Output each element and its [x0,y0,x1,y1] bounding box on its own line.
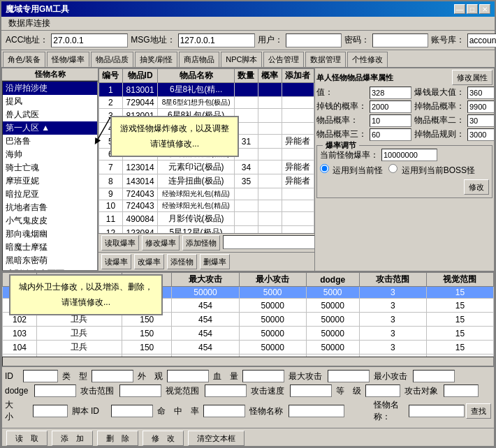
close-button[interactable]: ✕ [479,4,490,14]
monster-item[interactable]: 提风 [3,95,97,108]
drop-count2-input[interactable] [467,114,494,127]
monster-list: 沿岸拍涉使 提风 兽人武医 第一人区 ▲ 巴洛鲁 海帅 骑士亡魂 摩班亚妮 暗拉… [2,81,98,271]
drop-count2-label: 物品概率二： [414,114,465,127]
acc-input[interactable]: 27.0.0.1 [51,33,128,47]
monster-name-input[interactable] [289,405,344,417]
add-monster-btn2[interactable]: 添怪物 [167,254,197,269]
table-row[interactable]: 9724043经验球阳光礼包(精品) [99,188,314,200]
hp-input[interactable] [242,370,284,382]
monster-search-input[interactable] [409,405,465,417]
drop-count-input[interactable] [370,114,411,127]
change-rate-btn[interactable]: 修改爆率 [142,235,180,251]
monster-item[interactable]: 摩班亚妮 [3,174,97,188]
user-input[interactable] [286,33,342,47]
value-label: 值： [316,87,367,99]
menu-bar: 数据库连接 [1,17,495,31]
table-row[interactable]: 18130016星8礼包(精... [99,83,314,97]
level-input[interactable] [365,384,400,397]
min-atk-input[interactable] [413,370,455,382]
table-row[interactable]: 27290448星6型幻想升包(极品) [99,97,314,109]
monster-item[interactable]: 黑暗东密萌 [3,254,97,267]
monster-item[interactable]: 沿岸拍涉使 [3,82,97,95]
max-atk-input[interactable] [328,370,370,382]
explosion-modify-btn[interactable]: 修改 [464,179,489,195]
drop-count3-input[interactable] [370,128,411,141]
read-rate-btn2[interactable]: 读爆率 [101,254,131,269]
monster-item[interactable]: 小气鬼皮皮 [3,214,97,227]
monster-item[interactable]: 巴洛鲁 [3,135,97,148]
table-row[interactable]: 8143014连异扭曲(极品)35异能者 [99,174,314,188]
speed-input[interactable] [290,384,332,397]
tab-shop[interactable]: 商店物品 [179,52,219,67]
add-monster-btn[interactable]: 添加怪物 [182,235,220,251]
monster-item[interactable]: 暗魔士摩猛 [3,241,97,254]
radio-current[interactable] [320,164,329,173]
tab-announcement[interactable]: 公告管理 [263,52,304,67]
tab-item-quality[interactable]: 物品/品质 [91,52,133,67]
death-rate-input[interactable] [203,405,245,417]
add-btn[interactable]: 添 加 [52,431,93,446]
read-btn[interactable]: 读 取 [6,431,48,446]
tab-lottery[interactable]: 抽奖/刷怪 [135,52,177,67]
atk-range-input[interactable] [119,384,161,397]
tab-role-equip[interactable]: 角色/装备 [3,52,45,67]
monster-list-header: 怪物名称 [2,68,98,81]
death-rate-label: 命 中 率 [157,405,199,417]
msg-input[interactable] [178,33,255,47]
drop-rate-label: 掉钱的概率： [316,100,367,113]
current-rate-input[interactable] [381,149,437,161]
menu-database[interactable]: 数据库连接 [4,17,54,30]
maximize-button[interactable]: □ [467,4,478,14]
type-input[interactable] [92,370,133,382]
view-range-label: 视觉范围 [166,385,200,397]
drop-rule-input[interactable] [467,128,494,141]
table-row[interactable]: 11490084月影传说(极品) [99,212,314,226]
monster-item[interactable]: 暗拉尼亚 [3,188,97,201]
max-label: 爆钱最大值： [414,87,465,99]
view-range-input[interactable] [205,384,247,397]
id-input[interactable] [23,370,58,382]
modify-btn[interactable]: 修 改 [143,431,184,446]
props-title: 单人怪物物品爆率属性 [316,73,393,83]
monster-item[interactable]: 抗地者吉鲁 [3,201,97,214]
target-input[interactable] [444,384,479,397]
read-rate-btn[interactable]: 读取爆率 [101,235,139,251]
delete-rate-btn[interactable]: 删爆率 [200,254,230,269]
monster-item[interactable]: 第一人区 ▲ [3,121,97,135]
db-input[interactable] [467,33,496,47]
value-input[interactable] [370,87,411,99]
h-scrollbar[interactable] [2,357,494,366]
monster-search-btn[interactable]: 查找 [466,403,491,419]
monster-item[interactable]: 海帅 [3,148,97,161]
col-dodge: dodge [306,273,359,287]
monster-item[interactable]: 兽人武医 [3,108,97,121]
max-input[interactable] [467,87,494,99]
appearance-input[interactable] [167,370,209,382]
monster-item[interactable]: 那向魂烟幽 [3,227,97,241]
delete-btn[interactable]: 删 除 [97,431,138,446]
table-row[interactable]: 121230845星12星(极品) [99,226,314,234]
table-row[interactable]: 10724043经验球阳光礼包(精品) [99,200,314,212]
table-row[interactable]: 7123014元素印记(极品)34异能者 [99,160,314,174]
drop-rate-input[interactable] [370,100,411,113]
clear-btn[interactable]: 清空文本框 [188,431,245,446]
monster-item[interactable]: 骑士亡魂 [3,161,97,174]
table-row[interactable]: 104卫兵1504545000050000315 [3,341,494,354]
tab-data[interactable]: 数据管理 [305,52,346,67]
drop-item-input[interactable] [467,100,494,113]
dodge-input[interactable] [34,384,76,397]
change-rate-btn2[interactable]: 改爆率 [134,254,164,269]
radio-boss[interactable] [388,164,397,173]
tab-personal[interactable]: 个性修改 [347,52,388,67]
pwd-input[interactable] [372,33,428,47]
size-input[interactable] [33,405,68,417]
col-rate: 概率 [258,69,282,83]
tab-monster-rate[interactable]: 怪物/爆率 [47,52,89,67]
modify-attrs-btn[interactable]: 修改属性 [452,70,493,85]
minimize-button[interactable]: — [454,4,465,14]
script-input[interactable] [111,405,153,417]
search-monster-input[interactable] [223,235,315,249]
type-label: 类 型 [62,371,87,382]
table-row[interactable]: 103卫兵1504545000050000315 [3,327,494,341]
tab-npc[interactable]: NPC脚本 [221,52,262,67]
